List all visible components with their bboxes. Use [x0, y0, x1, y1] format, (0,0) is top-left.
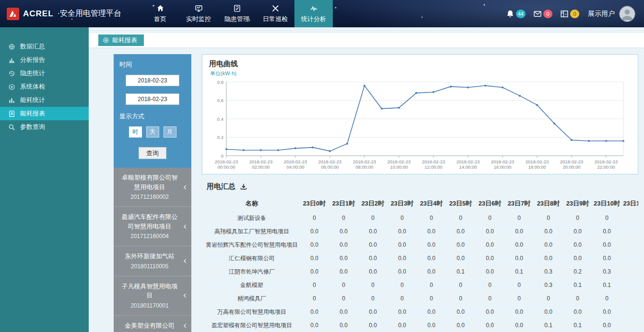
value-cell [621, 211, 638, 225]
row-name: 万高有限公司智慧用电项目 [204, 305, 300, 319]
value-cell: 0.0 [475, 238, 504, 252]
mode-button-day[interactable]: 天 [146, 126, 159, 137]
column-header: 23日5时 [446, 196, 475, 211]
svg-text:14:00:00: 14:00:00 [459, 164, 477, 170]
nav-item-inspection[interactable]: 日常巡检 [256, 0, 294, 27]
svg-text:0.6: 0.6 [217, 98, 223, 103]
nav-item-home[interactable]: 首页 [141, 0, 179, 27]
sidebar-item-hazard-stats[interactable]: 隐患统计 [0, 67, 89, 80]
value-cell: 0.0 [387, 252, 417, 265]
avatar[interactable] [619, 6, 635, 22]
sidebar-item-param-query[interactable]: 参数查询 [0, 120, 89, 134]
date-from-input[interactable] [126, 75, 179, 86]
svg-text:0.2: 0.2 [217, 135, 223, 140]
table-section: 用电汇总 名称23日0时23日1时23日2时23日3时23日4时23日5时23日… [202, 182, 638, 332]
monitor-icon [195, 4, 203, 12]
table-row: 万高有限公司智慧用电项目0.00.00.00.00.00.00.00.00.00… [204, 305, 638, 319]
column-header: 23日4时 [417, 196, 446, 211]
user-menu[interactable]: 展示用户 [588, 6, 635, 22]
value-cell: 0.0 [358, 319, 387, 332]
date-to-input[interactable] [126, 93, 179, 105]
project-item[interactable]: 子凡模具智慧用电项目201801170001 [114, 276, 191, 316]
sidebar-item-energy-report[interactable]: 能耗报表 [0, 107, 89, 120]
svg-text:18:00:00: 18:00:00 [528, 164, 546, 170]
project-item[interactable]: 金美塑业有限公司 [114, 316, 191, 332]
value-cell [621, 319, 638, 332]
project-item[interactable]: 东外环新捷加气站201801110005 [114, 246, 191, 276]
chevron-left-icon[interactable] [182, 323, 188, 329]
svg-text:2018-02-23: 2018-02-23 [387, 159, 411, 164]
value-cell: 0.0 [475, 305, 504, 319]
nav-item-hazard[interactable]: 隐患管理 [218, 0, 256, 27]
value-cell: 0.0 [358, 225, 387, 238]
value-cell: 0 [358, 292, 387, 305]
svg-text:2018-02-23: 2018-02-23 [526, 159, 549, 164]
value-cell: 0.0 [592, 305, 621, 319]
project-code: 201712160004 [119, 232, 180, 240]
value-cell: 0.0 [504, 252, 534, 265]
svg-text:2018-02-23: 2018-02-23 [215, 159, 238, 164]
value-cell: 0 [387, 211, 417, 225]
project-item[interactable]: 卓顺塑模有限公司智慧用电项目201712160002 [114, 168, 191, 207]
notif-reports[interactable]: 0 [560, 10, 579, 18]
top-nav: 首页实时监控隐患管理日常巡检统计分析 [141, 0, 333, 27]
notif-messages[interactable]: 0 [533, 10, 552, 18]
tab-energy-report[interactable]: 能耗报表 [98, 34, 144, 46]
sidebar-item-energy-stats[interactable]: 能耗统计 [0, 93, 89, 107]
value-cell: 0 [446, 211, 475, 225]
download-icon[interactable] [240, 183, 247, 191]
chevron-left-icon[interactable] [182, 184, 188, 190]
value-cell: 0.1 [563, 278, 592, 292]
chevron-left-icon[interactable] [182, 293, 188, 298]
column-header: 23日9时 [563, 196, 592, 211]
value-cell: 0.1 [563, 319, 592, 332]
notif-alarms[interactable]: 44 [506, 10, 526, 18]
query-button[interactable]: 查询 [139, 147, 166, 159]
value-cell: 0.0 [329, 305, 358, 319]
notif-badge: 0 [543, 10, 552, 18]
history-icon [8, 70, 15, 77]
row-name: 江阴市乾坤汽修厂 [204, 265, 300, 278]
value-cell: 0.0 [300, 225, 329, 238]
value-cell: 0 [446, 292, 475, 305]
value-cell: 0 [387, 292, 417, 305]
nav-item-stats[interactable]: 统计分析 [294, 0, 333, 27]
value-cell: 0.1 [592, 278, 621, 292]
value-cell [621, 305, 638, 319]
mode-button-month[interactable]: 月 [164, 126, 176, 137]
value-cell: 0.0 [417, 225, 446, 238]
value-cell [621, 265, 638, 278]
chevron-left-icon[interactable] [182, 258, 188, 264]
value-cell: 0 [592, 211, 621, 225]
value-cell [621, 225, 638, 238]
svg-text:04:00:00: 04:00:00 [287, 164, 304, 170]
value-cell: 0.0 [534, 252, 563, 265]
sidebar-item-label: 系统体检 [20, 82, 45, 91]
brand: ACREL ·安全用电管理平台 [7, 8, 128, 20]
sidebar-item-analysis-report[interactable]: 分析报告 [0, 53, 89, 67]
nav-item-monitor[interactable]: 实时监控 [179, 0, 218, 27]
sidebar-item-system-check[interactable]: 系统体检 [0, 80, 89, 93]
value-cell: 0.0 [475, 265, 504, 278]
sidebar-item-label: 隐患统计 [20, 69, 45, 78]
mode-button-hour[interactable]: 时 [129, 126, 142, 137]
svg-text:2018-02-23: 2018-02-23 [318, 159, 342, 164]
value-cell [621, 292, 638, 305]
svg-text:2018-02-23: 2018-02-23 [595, 159, 618, 164]
chevron-left-icon[interactable] [182, 224, 188, 229]
svg-text:12:00:00: 12:00:00 [425, 164, 443, 170]
value-cell: 0.3 [534, 265, 563, 278]
display-mode-label: 显示方式 [119, 112, 186, 121]
value-cell: 0.0 [534, 305, 563, 319]
value-cell: 0.0 [446, 238, 475, 252]
value-cell: 0 [358, 278, 387, 292]
sidebar-item-data-summary[interactable]: 数据汇总 [0, 40, 89, 53]
value-cell: 0.1 [534, 319, 563, 332]
notif-badge: 0 [570, 10, 579, 18]
table-row: 精鸿模具厂00000000000 [204, 292, 638, 305]
value-cell: 0.0 [358, 252, 387, 265]
display-mode-group: 时天月 [119, 126, 186, 137]
value-cell: 0.0 [446, 225, 475, 238]
value-cell: 0.0 [563, 252, 592, 265]
project-item[interactable]: 盈盛汽车配件有限公司智慧用电项目201712160004 [114, 207, 191, 246]
